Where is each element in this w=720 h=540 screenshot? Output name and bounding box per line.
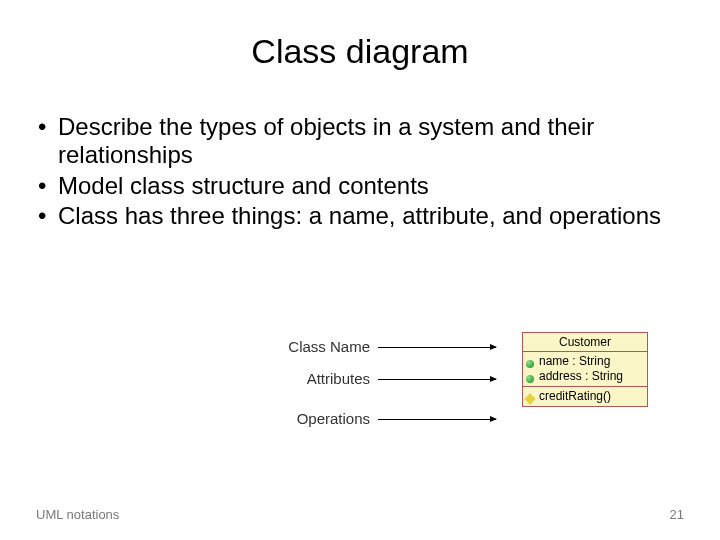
uml-attribute-text: name : String — [539, 354, 610, 369]
arrow-icon — [378, 379, 496, 380]
uml-attribute-row: name : String — [526, 354, 644, 369]
page-number: 21 — [670, 507, 684, 522]
footer-text: UML notations — [36, 507, 119, 522]
uml-class-name: Customer — [523, 333, 647, 352]
uml-operations: creditRating() — [523, 387, 647, 406]
bullet-list: Describe the types of objects in a syste… — [38, 113, 680, 230]
bullet-item: Model class structure and contents — [38, 172, 680, 200]
visibility-icon — [526, 357, 536, 367]
uml-operation-text: creditRating() — [539, 389, 611, 404]
uml-attribute-row: address : String — [526, 369, 644, 384]
arrow-icon — [378, 419, 496, 420]
label-operations: Operations — [210, 410, 370, 427]
label-class-name: Class Name — [210, 338, 370, 355]
slide-title: Class diagram — [0, 0, 720, 71]
uml-attributes: name : String address : String — [523, 352, 647, 387]
bullet-item: Class has three things: a name, attribut… — [38, 202, 680, 230]
uml-operation-row: creditRating() — [526, 389, 644, 404]
visibility-icon — [526, 372, 536, 382]
visibility-icon — [526, 392, 536, 402]
label-attributes: Attributes — [210, 370, 370, 387]
bullet-item: Describe the types of objects in a syste… — [38, 113, 680, 170]
uml-attribute-text: address : String — [539, 369, 623, 384]
uml-class-box: Customer name : String address : String … — [522, 332, 648, 407]
arrow-icon — [378, 347, 496, 348]
